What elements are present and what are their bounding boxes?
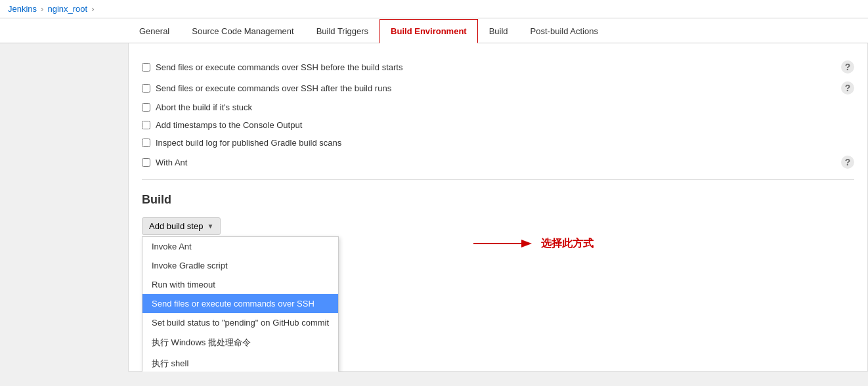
label-ant: With Ant [156,158,187,167]
dropdown-item-invoke-gradle[interactable]: Invoke Gradle script [142,256,338,275]
content-panel: Send files or execute commands over SSH … [128,43,868,372]
breadcrumb-bar: Jenkins › nginx_root › [0,0,868,18]
checkbox-row-timestamps: Add timestamps to the Console Output [142,116,854,134]
checkbox-gradle[interactable] [142,139,150,147]
add-build-step-button[interactable]: Add build step ▼ [142,217,221,235]
checkbox-timestamps[interactable] [142,121,150,129]
tab-general[interactable]: General [128,19,181,43]
jenkins-link[interactable]: Jenkins [8,4,37,14]
help-icon-ssh-after[interactable]: ? [841,81,854,95]
breadcrumb-sep2: › [91,4,94,14]
checkbox-row-gradle: Inspect build log for published Gradle b… [142,134,854,152]
checkbox-ssh-before[interactable] [142,63,150,72]
checkbox-row-ssh-after: Send files or execute commands over SSH … [142,77,854,98]
label-timestamps: Add timestamps to the Console Output [156,120,302,130]
annotation-text: 选择此方式 [541,237,594,251]
dropdown-item-exec-windows[interactable]: 执行 Windows 批处理命令 [142,332,338,353]
label-abort: Abort the build if it's stuck [156,102,252,112]
dropdown-item-exec-shell[interactable]: 执行 shell [142,353,338,372]
tab-bar: General Source Code Management Build Tri… [0,18,868,43]
nginx-link[interactable]: nginx_root [47,4,87,14]
checkbox-row-abort: Abort the build if it's stuck [142,98,854,116]
checkbox-row-ssh-before: Send files or execute commands over SSH … [142,56,854,77]
arrow-icon [470,234,536,253]
label-ssh-before: Send files or execute commands over SSH … [156,62,402,72]
checkbox-row-ant: With Ant ? [142,152,854,173]
tab-environment[interactable]: Build Environment [380,19,478,43]
label-ssh-after: Send files or execute commands over SSH … [156,83,391,93]
dropdown-item-set-status[interactable]: Set build status to "pending" on GitHub … [142,313,338,332]
section-divider [142,179,854,180]
build-step-dropdown: Invoke Ant Invoke Gradle script Run with… [142,236,339,372]
label-gradle: Inspect build log for published Gradle b… [156,138,341,148]
dropdown-item-send-ssh[interactable]: Send files or execute commands over SSH [142,294,338,313]
tab-post-build[interactable]: Post-build Actions [519,19,609,43]
tab-build[interactable]: Build [478,19,519,43]
breadcrumb-sep1: › [41,4,43,14]
add-build-step-label: Add build step [149,221,203,231]
tab-scm[interactable]: Source Code Management [181,19,305,43]
checkbox-ant[interactable] [142,158,150,167]
add-build-step-container: Add build step ▼ Invoke Ant Invoke Gradl… [142,217,221,235]
dropdown-item-invoke-ant[interactable]: Invoke Ant [142,237,338,256]
arrow-annotation: 选择此方式 [470,234,594,253]
checkbox-abort[interactable] [142,103,150,112]
dropdown-arrow-icon: ▼ [207,223,213,230]
build-section-title: Build [142,193,854,207]
checkbox-ssh-after[interactable] [142,84,150,93]
dropdown-item-run-timeout[interactable]: Run with timeout [142,275,338,294]
tab-triggers[interactable]: Build Triggers [305,19,380,43]
help-icon-ant[interactable]: ? [841,156,854,169]
help-icon-ssh-before[interactable]: ? [841,60,854,74]
